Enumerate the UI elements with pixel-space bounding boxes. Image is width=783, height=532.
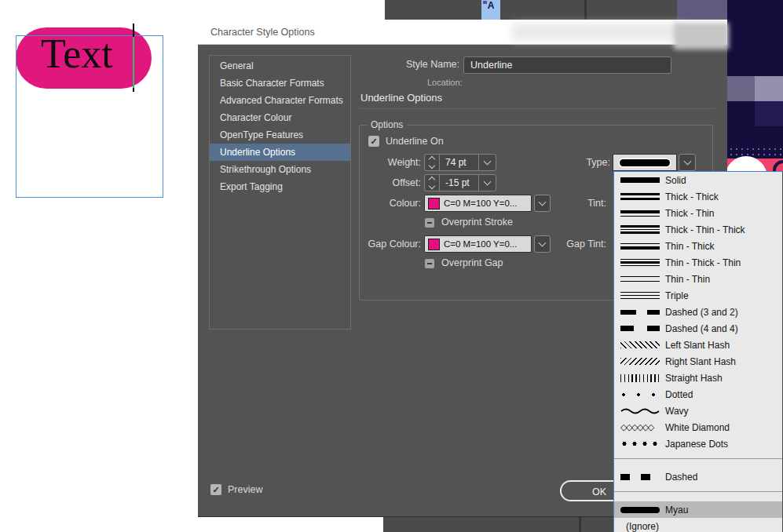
dropdown-item-label: Thick - Thin - Thick — [665, 224, 745, 235]
tint-label: Tint: — [551, 198, 606, 209]
type-combo[interactable] — [613, 154, 677, 171]
background-block-lavender — [727, 76, 755, 101]
dropdown-item-white-diamond[interactable]: ◇◇◇◇◇◇ White Diamond — [614, 419, 782, 435]
canvas-text[interactable]: Text — [41, 31, 113, 76]
dropdown-item--ignore-[interactable]: (Ignore) — [614, 518, 782, 532]
weight-dropdown-button[interactable] — [478, 155, 496, 170]
weight-combo[interactable]: 74 pt — [424, 154, 496, 171]
sidebar-item-strikethrough-options[interactable]: Strikethrough Options — [210, 161, 350, 178]
stroke-style-preview-icon — [620, 392, 660, 398]
pane-heading: Underline Options — [360, 92, 442, 104]
colour-swatch — [428, 198, 440, 210]
chevron-down-icon — [683, 158, 691, 166]
sidebar-item-basic-character-formats[interactable]: Basic Character Formats — [210, 75, 350, 92]
character-panel-tab-mark — [483, 1, 487, 4]
weight-label: Weight: — [339, 157, 421, 168]
chevron-down-icon — [484, 158, 492, 166]
background-dot-pattern — [729, 147, 783, 159]
sidebar-item-character-colour[interactable]: Character Colour — [210, 109, 350, 126]
dropdown-item-label: Thin - Thin — [665, 274, 710, 285]
offset-dropdown-button[interactable] — [478, 175, 496, 191]
dropdown-item-solid[interactable]: Solid — [614, 172, 782, 188]
dropdown-item-thin-thin[interactable]: Thin - Thin — [614, 271, 782, 287]
stepper-down-icon[interactable] — [429, 183, 435, 189]
sidebar-item-general[interactable]: General — [210, 57, 350, 75]
sidebar-item-label: Advanced Character Formats — [220, 95, 343, 106]
gap-colour-dropdown-button[interactable] — [534, 235, 551, 253]
chevron-down-icon — [484, 178, 492, 186]
sidebar-item-opentype-features[interactable]: OpenType Features — [210, 126, 350, 144]
dropdown-item-wavy[interactable]: Wavy — [614, 403, 782, 419]
stroke-style-preview-icon — [620, 358, 660, 365]
colour-combo[interactable]: C=0 M=100 Y=0... — [424, 195, 532, 212]
dropdown-item-thick-thin-thick[interactable]: Thick - Thin - Thick — [614, 221, 782, 238]
sidebar-item-label: Underline Options — [220, 147, 295, 158]
dropdown-item-dashed-4-and-4-[interactable]: Dashed (4 and 4) — [614, 320, 782, 337]
offset-combo[interactable]: -15 pt — [424, 174, 496, 191]
dropdown-item-label: (Ignore) — [626, 521, 659, 532]
stroke-style-preview-icon — [620, 292, 660, 299]
dropdown-item-label: Thin - Thick - Thin — [665, 257, 741, 268]
weight-value[interactable]: 74 pt — [440, 155, 478, 170]
stroke-style-preview-icon — [620, 507, 660, 513]
gap-colour-combo[interactable]: C=0 M=100 Y=0... — [424, 235, 532, 253]
dropdown-item-label: Left Slant Hash — [665, 340, 730, 351]
gap-tint-label: Gap Tint: — [551, 239, 606, 250]
stroke-style-preview-icon — [620, 406, 660, 415]
dropdown-item-thick-thin[interactable]: Thick - Thin — [614, 205, 782, 221]
dropdown-item-label: Thin - Thick — [665, 241, 714, 252]
dropdown-item-dashed-3-and-2-[interactable]: Dashed (3 and 2) — [614, 304, 782, 320]
stroke-style-preview-icon — [620, 276, 660, 282]
text-cursor-tip — [133, 88, 134, 92]
dropdown-item-triple[interactable]: Triple — [614, 287, 782, 304]
panel-strip-divider — [579, 516, 581, 532]
background-block-lavender-light — [755, 76, 783, 101]
dropdown-item-straight-hash[interactable]: Straight Hash — [614, 370, 782, 386]
sidebar-item-label: Export Tagging — [220, 181, 283, 192]
preview-label: Preview — [228, 484, 262, 495]
stroke-style-preview-icon — [620, 310, 660, 315]
stepper-down-icon[interactable] — [429, 162, 435, 169]
weight-stepper[interactable] — [425, 155, 440, 170]
titlebar-blur-right — [674, 23, 729, 49]
text-cursor-top — [133, 24, 134, 37]
background-block-navy — [755, 101, 783, 126]
underline-on-checkbox[interactable]: ✓ — [368, 136, 379, 147]
stroke-style-preview-icon — [620, 193, 660, 200]
offset-stepper[interactable] — [425, 175, 440, 191]
stroke-style-preview-icon — [620, 341, 660, 348]
dropdown-separator — [614, 458, 782, 459]
dropdown-item-label: Thick - Thin — [665, 208, 714, 219]
overprint-gap-checkbox[interactable] — [425, 259, 434, 268]
stroke-style-preview-icon — [620, 225, 660, 234]
offset-value[interactable]: -15 pt — [440, 175, 478, 191]
pasteboard-strip — [198, 516, 383, 532]
gap-colour-value: C=0 M=100 Y=0... — [444, 239, 517, 249]
dropdown-item-thick-thick[interactable]: Thick - Thick — [614, 188, 782, 205]
type-dropdown-list: Solid Thick - Thick Thick - Thin Thick -… — [613, 171, 783, 532]
colour-label: Colour: — [339, 198, 421, 209]
chevron-down-icon — [539, 239, 547, 247]
dropdown-item-label: Solid — [665, 175, 686, 186]
sidebar-item-export-tagging[interactable]: Export Tagging — [210, 178, 350, 195]
dropdown-item-right-slant-hash[interactable]: Right Slant Hash — [614, 353, 782, 370]
sidebar-item-underline-options[interactable]: Underline Options — [210, 144, 350, 161]
dropdown-item-myau[interactable]: Myau — [614, 501, 782, 518]
dropdown-item-dotted[interactable]: Dotted — [614, 386, 782, 403]
dropdown-item-thin-thick-thin[interactable]: Thin - Thick - Thin — [614, 254, 782, 271]
dropdown-item-thin-thick[interactable]: Thin - Thick — [614, 238, 782, 254]
overprint-stroke-checkbox[interactable] — [425, 218, 434, 228]
colour-dropdown-button[interactable] — [534, 195, 551, 212]
dropdown-item-label: Straight Hash — [665, 373, 723, 384]
dropdown-item-label: Thick - Thick — [665, 191, 719, 202]
colour-value: C=0 M=100 Y=0... — [444, 199, 517, 208]
preview-checkbox[interactable]: ✓ — [210, 484, 221, 495]
dropdown-item-japanese-dots[interactable]: Japanese Dots — [614, 435, 782, 452]
type-dropdown-button[interactable] — [679, 154, 696, 171]
underline-on-label: Underline On — [386, 136, 444, 147]
dropdown-separator — [614, 491, 782, 492]
dropdown-item-left-slant-hash[interactable]: Left Slant Hash — [614, 337, 782, 353]
dropdown-item-dashed[interactable]: Dashed — [614, 468, 782, 485]
sidebar-item-advanced-character-formats[interactable]: Advanced Character Formats — [210, 92, 350, 109]
style-name-input[interactable]: Underline — [463, 56, 671, 74]
